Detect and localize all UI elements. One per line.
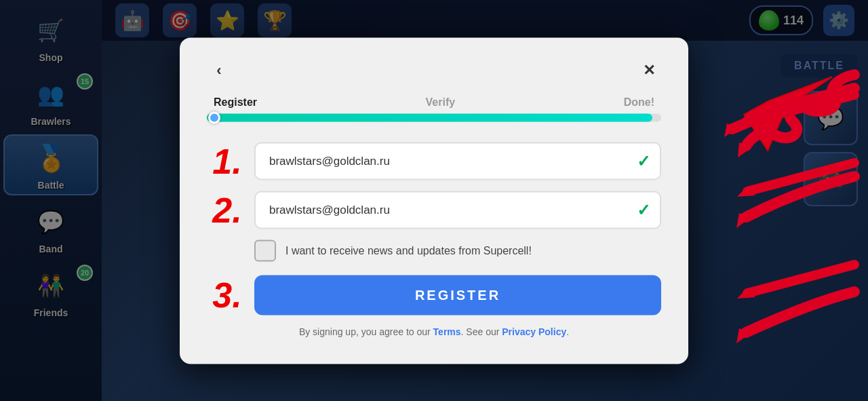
email-input[interactable] — [254, 142, 661, 180]
back-button[interactable]: ‹ — [207, 58, 231, 82]
register-button[interactable]: REGISTER — [254, 275, 661, 315]
step-1-number: 1. — [207, 143, 248, 178]
checkbox-label-text: I want to receive news and updates from … — [285, 244, 532, 256]
confirm-email-input-wrapper: ✓ — [254, 191, 661, 229]
email-check-icon: ✓ — [637, 151, 650, 170]
steps-bar: Register Verify Done! — [207, 96, 661, 108]
footer-middle: . See our — [461, 326, 502, 337]
footer-suffix: . — [566, 326, 569, 337]
step-register-label: Register — [214, 96, 257, 108]
step-verify-label: Verify — [426, 96, 456, 108]
step-done-label: Done! — [624, 96, 654, 108]
progress-bar-container — [207, 113, 661, 121]
register-button-row: 3. REGISTER — [207, 275, 661, 315]
progress-dot — [208, 111, 220, 123]
confirm-email-row: 2. ✓ — [207, 191, 661, 229]
step-2-number: 2. — [207, 192, 248, 227]
privacy-link[interactable]: Privacy Policy — [502, 326, 566, 337]
step-3-number: 3. — [207, 278, 248, 313]
register-modal: ‹ ✕ Register Verify Done! 1. ✓ 2. ✓ I wa… — [180, 37, 688, 364]
checkbox-row: I want to receive news and updates from … — [254, 240, 661, 261]
email-row: 1. ✓ — [207, 142, 661, 180]
confirm-check-icon: ✓ — [637, 200, 650, 219]
newsletter-checkbox[interactable] — [254, 240, 276, 261]
modal-header: ‹ ✕ — [207, 58, 661, 82]
footer-text: By signing up, you agree to our Terms. S… — [207, 326, 661, 337]
email-input-wrapper: ✓ — [254, 142, 661, 180]
confirm-email-input[interactable] — [254, 191, 661, 229]
footer-prefix: By signing up, you agree to our — [299, 326, 433, 337]
progress-bar-fill — [207, 113, 652, 121]
close-button[interactable]: ✕ — [637, 58, 661, 82]
terms-link[interactable]: Terms — [433, 326, 461, 337]
